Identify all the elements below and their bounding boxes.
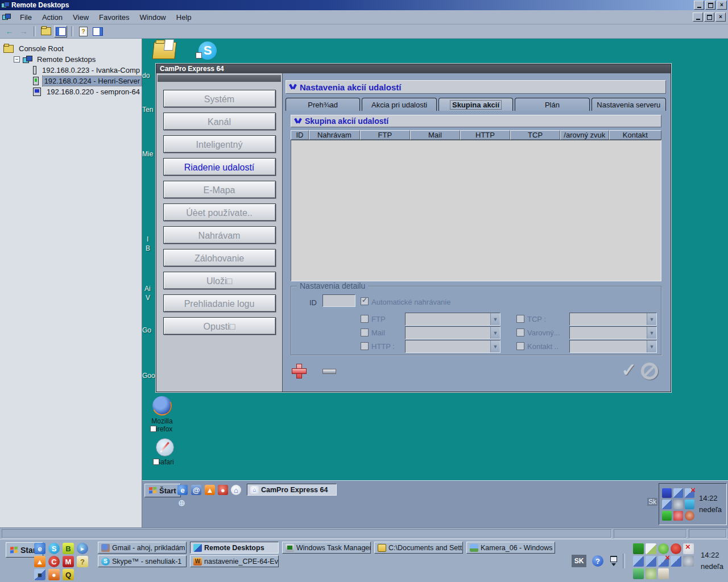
sidebar-button-nahravam[interactable]: Nahrávam <box>163 226 276 244</box>
remote-language-indicator[interactable]: Sk <box>647 498 657 506</box>
tree-remote-desktops[interactable]: − Remote Desktops <box>14 54 142 65</box>
skype-desktop-icon[interactable]: S <box>188 41 228 60</box>
close-icon[interactable]: × <box>717 1 727 10</box>
child-close-icon[interactable]: × <box>715 13 726 22</box>
tab-akcia-pri-udalosti[interactable]: Akcia pri udalosti <box>362 98 436 111</box>
taskbar-button-nastavenie[interactable]: W nastavenie_CPE-64-Even... <box>190 555 279 567</box>
sidebar-button-prehliadanie-logu[interactable]: Prehliadanie logu <box>163 294 276 312</box>
menu-window[interactable]: Window <box>135 11 171 23</box>
confirm-icon[interactable]: ✓ <box>621 359 636 381</box>
chevron-down-icon[interactable]: ▼ <box>647 327 656 339</box>
minimize-icon[interactable] <box>694 1 704 10</box>
volume-tray-icon[interactable] <box>683 556 694 567</box>
tcp-combobox[interactable]: ▼ <box>569 313 657 326</box>
media-app-icon[interactable]: ● <box>48 569 60 580</box>
taskbar-button-task-manager[interactable]: Windows Task Manager <box>282 542 371 554</box>
child-minimize-icon[interactable] <box>693 13 703 22</box>
campro-taskbar-button[interactable]: ⌂ CamPro Express 64 <box>247 484 337 496</box>
campro-titlebar[interactable]: CamPro Express 64 <box>156 64 671 73</box>
sidebar-button-ucet[interactable]: Úèet používate.. <box>163 203 276 221</box>
menu-file[interactable]: File <box>15 11 37 23</box>
up-folder-icon[interactable] <box>40 26 52 37</box>
network-error-tray-icon[interactable] <box>658 556 669 567</box>
column-id[interactable]: ID <box>291 130 309 140</box>
alert-x-tray-icon[interactable] <box>683 543 694 554</box>
taskbar-button-documents[interactable]: C:\Documents and Settin... <box>374 542 463 554</box>
quicktime-icon[interactable]: Q <box>63 569 74 580</box>
phone-tray-icon[interactable] <box>662 511 672 521</box>
taskbar-button-gmail[interactable]: Gmail - ahoj, prikladám skr... <box>98 542 187 554</box>
mail-combobox[interactable]: ▼ <box>405 326 500 339</box>
network-tray-icon[interactable] <box>633 556 644 567</box>
tree-server-henri[interactable]: 192.168.0.224 - Henri-Server <box>33 76 142 86</box>
chevron-down-icon[interactable]: ▼ <box>490 327 500 339</box>
menu-help[interactable]: Help <box>171 11 197 23</box>
language-indicator[interactable]: SK <box>572 555 586 567</box>
taskbar-button-skype[interactable]: S Skype™ - snehuliak-1 <box>98 555 187 567</box>
sidebar-button-ulozit[interactable]: Uloži□ <box>163 272 276 289</box>
contact-checkbox[interactable] <box>516 342 524 350</box>
column-kontakt[interactable]: Kontakt <box>609 130 661 140</box>
wireless-tray-icon[interactable] <box>646 568 656 579</box>
column-mail[interactable]: Mail <box>410 130 460 140</box>
http-checkbox[interactable] <box>361 342 369 350</box>
remote-start-button[interactable]: Štart <box>144 484 181 497</box>
safari-desktop-icon[interactable]: Safari <box>145 438 185 466</box>
vlc-icon[interactable]: ▲ <box>205 485 215 495</box>
chevron-down-icon[interactable]: ▼ <box>490 313 500 325</box>
remote-desktop-icon[interactable]: ■ <box>34 569 46 580</box>
restore-session-icon[interactable] <box>610 556 617 566</box>
alarm-tray-icon[interactable] <box>673 511 683 521</box>
http-combobox[interactable]: ▼ <box>405 340 500 353</box>
chevron-down-icon[interactable]: ▼ <box>647 313 656 325</box>
help-script-icon[interactable]: ? <box>77 556 88 567</box>
bsplayer-icon[interactable]: B <box>63 543 74 554</box>
menu-view[interactable]: View <box>68 11 94 23</box>
card-reader-tray-icon[interactable] <box>633 568 644 579</box>
ftp-checkbox[interactable] <box>361 315 369 323</box>
mmc-titlebar[interactable]: Remote Desktops × <box>0 0 728 10</box>
forward-icon[interactable]: → <box>18 26 30 37</box>
tree-server-sempron[interactable]: 192.168.0.220 - sempron-64 <box>33 86 142 97</box>
skype-icon[interactable]: S <box>48 543 60 554</box>
sidebar-button-system[interactable]: Systém <box>163 90 276 107</box>
back-icon[interactable]: ← <box>3 26 15 37</box>
show-hide-tree-icon[interactable] <box>54 26 67 38</box>
chevron-down-icon[interactable]: ▼ <box>490 340 500 352</box>
chevron-down-icon[interactable]: ▼ <box>647 340 656 352</box>
action-pane-icon[interactable] <box>92 26 104 37</box>
firefox-desktop-icon[interactable]: Mozilla Firefox <box>142 396 182 433</box>
sidebar-button-opustit[interactable]: Opusti□ <box>163 317 276 335</box>
comodo-icon[interactable]: C <box>48 556 60 567</box>
tree-console-root[interactable]: Console Root <box>3 43 142 54</box>
tab-nastavenia-serveru[interactable]: Nastavenia serveru <box>592 98 666 111</box>
sidebar-button-kanal[interactable]: Kanál <box>163 113 276 130</box>
help-icon[interactable]: ? <box>77 26 89 37</box>
tab-prehlad[interactable]: Preh¾ad <box>286 98 360 111</box>
tab-skupina-akcii[interactable]: Skupina akcií <box>439 98 513 111</box>
column-tcp[interactable]: TCP <box>510 130 560 140</box>
menu-favorites[interactable]: Favorites <box>94 11 134 23</box>
cancel-icon[interactable] <box>641 363 658 380</box>
miranda-icon[interactable]: M <box>63 556 74 567</box>
auto-record-checkbox[interactable] <box>361 297 369 305</box>
home-app-icon[interactable]: ⌂ <box>231 485 241 495</box>
network-tray-icon[interactable] <box>671 556 681 567</box>
globe-icon[interactable]: ⊕ <box>177 498 186 507</box>
warning-sound-combobox[interactable]: ▼ <box>569 326 657 339</box>
tools-tray-icon[interactable] <box>685 500 694 509</box>
column-http[interactable]: HTTP <box>460 130 510 140</box>
internet-explorer-icon[interactable]: e <box>34 543 46 554</box>
column-nahravam[interactable]: Nahrávam <box>309 130 360 140</box>
tab-plan[interactable]: Plán <box>515 98 589 111</box>
vlc-icon[interactable]: ▲ <box>34 556 46 567</box>
sidebar-button-inteligentny[interactable]: Inteligentný <box>163 135 276 153</box>
shared-folder-desktop-icon[interactable] <box>144 42 184 59</box>
program-grid-tray-icon[interactable] <box>633 543 644 554</box>
contact-combobox[interactable]: ▼ <box>569 340 657 353</box>
column-ftp[interactable]: FTP <box>360 130 410 140</box>
network-tray-icon[interactable] <box>662 500 672 509</box>
menu-action[interactable]: Action <box>37 11 68 23</box>
comodo-tray-icon[interactable] <box>671 543 681 554</box>
mail-checkbox[interactable] <box>361 329 369 336</box>
